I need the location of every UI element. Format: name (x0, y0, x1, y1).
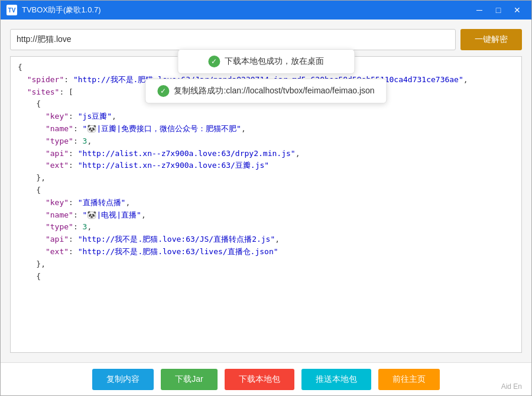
go-home-button[interactable]: 前往主页 (378, 369, 440, 390)
app-icon-text: TV (8, 7, 16, 14)
window-title: TVBOX助手(豢歌1.0.7) (22, 5, 471, 15)
download-jar-button[interactable]: 下载Jar (161, 369, 217, 390)
minimize-button[interactable]: ─ (471, 4, 488, 16)
push-local-button[interactable]: 推送本地包 (301, 369, 371, 390)
maximize-button[interactable]: □ (490, 4, 507, 16)
json-text: { "spider": "http://我不是.肥猫.love:63/Jar/p… (18, 61, 514, 283)
close-button[interactable]: ✕ (509, 4, 525, 16)
titlebar: TV TVBOX助手(豢歌1.0.7) ─ □ ✕ (1, 1, 531, 20)
copy-content-button[interactable]: 复制内容 (92, 369, 154, 390)
url-input[interactable] (10, 29, 456, 50)
main-content: ✓ 下载本地包成功，放在桌面 ✓ 复制线路成功:clan://localhost… (1, 20, 531, 362)
watermark: Aid En (501, 382, 522, 391)
bottom-bar: 复制内容 下载Jar 下载本地包 推送本地包 前往主页 (1, 362, 531, 395)
download-local-button[interactable]: 下载本地包 (225, 369, 294, 390)
decrypt-button[interactable]: 一键解密 (460, 29, 522, 50)
main-window: TV TVBOX助手(豢歌1.0.7) ─ □ ✕ ✓ 下载本地包成功，放在桌面… (0, 0, 532, 396)
window-controls: ─ □ ✕ (471, 4, 525, 16)
app-icon: TV (7, 5, 17, 15)
url-bar: 一键解密 (10, 29, 522, 50)
json-content-area[interactable]: { "spider": "http://我不是.肥猫.love:63/Jar/p… (10, 56, 522, 353)
